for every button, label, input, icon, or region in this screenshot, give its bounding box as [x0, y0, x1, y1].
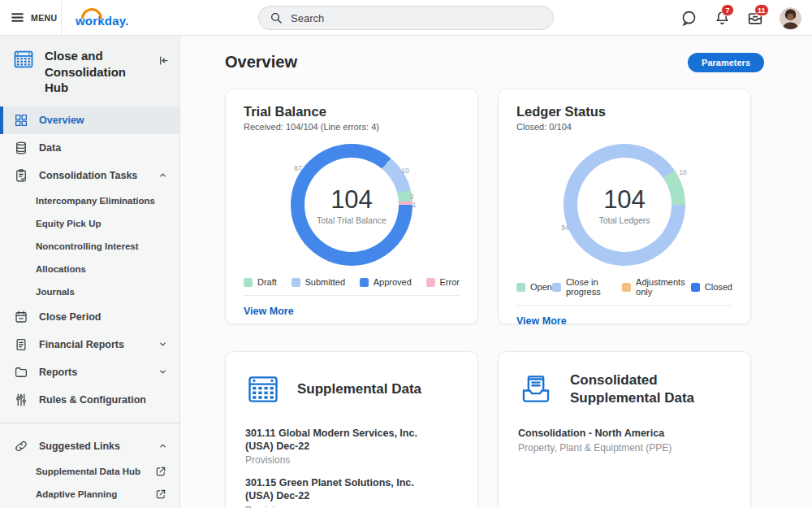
search-input[interactable] [291, 12, 542, 24]
sidebar-item-label: Suggested Links [39, 441, 120, 452]
avatar[interactable] [780, 7, 801, 29]
supplemental-data-card: Supplemental Data 301.11 Global Modern S… [225, 351, 478, 508]
collapse-sidebar-button[interactable] [158, 54, 170, 70]
sidebar-subitem-noncontrolling-interest[interactable]: Noncontrolling Interest [0, 235, 179, 258]
consolidated-list: Consolidation - North AmericaProperty, P… [518, 428, 731, 454]
list-item[interactable]: 301.11 Global Modern Services, Inc. (USA… [245, 428, 458, 466]
legend-label: Adjustments only [636, 277, 691, 297]
sidebar-item-overview[interactable]: Overview [0, 106, 179, 134]
donut-center: 104Total Ledgers [576, 185, 673, 225]
sidebar-item-label: Rules & Configuration [39, 394, 146, 406]
list-item-title: 301.11 Global Modern Services, Inc. (USA… [245, 428, 444, 453]
workday-logo[interactable]: workday. [76, 7, 129, 28]
legend-label: Approved [374, 277, 412, 287]
inbox-button[interactable]: 11 [746, 9, 764, 27]
chat-button[interactable] [680, 9, 698, 27]
inbox-badge: 11 [754, 4, 769, 16]
sidebar-item-suggested-links[interactable]: Suggested Links [0, 432, 179, 460]
ledger-status-card: Ledger Status Closed: 0/104 104Total Led… [498, 89, 751, 324]
donut-total-label: Total Trial Balance [303, 215, 400, 225]
sidebar-subitem-journals[interactable]: Journals [0, 280, 179, 303]
table-icon [245, 371, 281, 407]
notifications-button[interactable]: 7 [713, 9, 731, 27]
parameters-button[interactable]: Parameters [688, 53, 764, 72]
consolidated-supplemental-data-card: Consolidated Supplemental Data Consolida… [498, 351, 751, 508]
calendar-icon [14, 310, 28, 324]
list-item-title: 301.15 Green Planet Solutions, Inc. (USA… [245, 477, 444, 502]
sidebar-item-close-period[interactable]: Close Period [0, 303, 179, 331]
topbar: MENU workday. 7 11 [0, 0, 812, 36]
notifications-badge: 7 [721, 4, 734, 16]
donut-total-value: 104 [303, 185, 400, 215]
main-content: Overview Parameters Trial Balance Receiv… [180, 36, 812, 508]
trial-balance-donut-chart: 104Total Trial Balance871031 [244, 136, 460, 274]
grid-icon [14, 113, 28, 128]
sidebar-divider [0, 423, 179, 423]
list-item-subtitle: Property, Plant & Equiptment (PPE) [518, 442, 731, 454]
folder-icon [14, 365, 28, 380]
legend-item: Open [516, 277, 552, 297]
sidebar: Close and Consolidation Hub OverviewData… [0, 36, 180, 508]
segment-value-label: 1 [412, 201, 417, 209]
legend-item: Closed [691, 277, 732, 297]
list-item[interactable]: Consolidation - North AmericaProperty, P… [518, 428, 731, 454]
list-item[interactable]: 301.15 Green Planet Solutions, Inc. (USA… [245, 477, 458, 508]
search-icon [270, 11, 283, 24]
clipboard-icon [14, 168, 28, 183]
sidebar-subitem-label: Adaptive Planning [36, 489, 117, 499]
sidebar-item-financial-reports[interactable]: Financial Reports [0, 331, 179, 358]
sidebar-item-label: Data [39, 142, 61, 154]
sidebar-item-consolidation-tasks[interactable]: Consolidation Tasks [0, 162, 179, 189]
segment-value-label: 94 [561, 224, 568, 232]
legend-label: Draft [257, 277, 277, 287]
sidebar-item-label: Financial Reports [39, 339, 124, 350]
sidebar-item-rules-configuration[interactable]: Rules & Configuration [0, 386, 179, 414]
legend-item: Adjustments only [622, 277, 691, 297]
legend-chip [244, 278, 253, 287]
legend-label: Open [530, 282, 552, 292]
segment-value-label: 3 [410, 193, 414, 201]
menu-button[interactable]: MENU [0, 0, 62, 35]
legend-item: Error [426, 277, 460, 287]
sidebar-item-label: Reports [39, 367, 77, 378]
legend-label: Closed [705, 282, 732, 292]
sidebar-subitem-intercompany-eliminations[interactable]: Intercompany Eliminations [0, 189, 179, 212]
sliders-icon [14, 393, 28, 407]
sidebar-item-data[interactable]: Data [0, 134, 179, 162]
legend: DraftSubmittedApprovedError [244, 277, 460, 287]
sidebar-subitem-supplemental-data-hub[interactable]: Supplemental Data Hub [0, 460, 179, 483]
trial-balance-card: Trial Balance Received: 104/104 (Line er… [225, 89, 478, 324]
segment-value-label: 10 [401, 167, 408, 175]
legend-chip [292, 278, 300, 287]
sidebar-subitem-label: Supplemental Data Hub [36, 467, 140, 476]
chevron-up-icon[interactable] [158, 441, 168, 451]
chevron-down-icon[interactable] [158, 339, 168, 350]
legend-label: Submitted [305, 277, 346, 287]
sidebar-subitem-adaptive-planning[interactable]: Adaptive Planning [0, 483, 179, 506]
list-item-subtitle: Provisions [245, 454, 458, 466]
workday-logo-arc [81, 8, 102, 19]
list-item-subtitle: Provisions [245, 505, 458, 508]
donut-total-label: Total Ledgers [576, 215, 673, 225]
card-subtitle: Closed: 0/104 [516, 122, 732, 132]
view-more-link[interactable]: View More [244, 306, 294, 317]
cards-grid: Trial Balance Received: 104/104 (Line er… [225, 89, 751, 508]
document-tray-icon [518, 371, 554, 407]
sidebar-subitem-allocations[interactable]: Allocations [0, 258, 179, 280]
search-bar[interactable] [258, 6, 554, 30]
sidebar-item-reports[interactable]: Reports [0, 358, 179, 386]
legend-chip [552, 283, 561, 292]
chevron-down-icon[interactable] [158, 367, 168, 377]
ledger-status-donut-chart: 104Total Ledgers9410 [516, 136, 732, 274]
sidebar-item-label: Consolidation Tasks [39, 170, 137, 181]
legend-item: Draft [244, 277, 277, 287]
list-item-title: Consolidation - North America [518, 428, 717, 441]
sidebar-item-label: Close Period [39, 311, 101, 323]
chevron-up-icon[interactable] [158, 170, 168, 180]
segment-value-label: 87 [294, 164, 301, 172]
sidebar-subitem-equity-pick-up[interactable]: Equity Pick Up [0, 212, 179, 235]
view-more-link[interactable]: View More [516, 315, 567, 327]
sidebar-item-label: Overview [39, 115, 84, 126]
legend-item: Approved [360, 277, 412, 287]
card-title: Trial Balance [244, 104, 460, 119]
